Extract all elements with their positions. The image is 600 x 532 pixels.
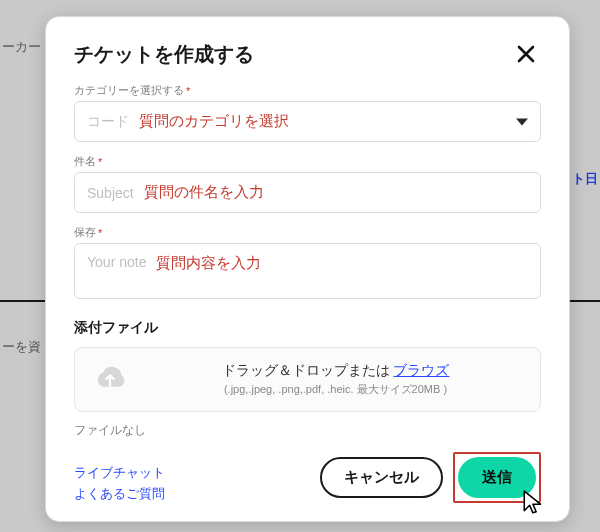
category-select[interactable]: コード 質問のカテゴリを選択: [74, 101, 541, 142]
category-placeholder: コード: [87, 113, 129, 131]
note-label-text: 保存: [74, 225, 96, 240]
submit-button[interactable]: 送信: [458, 457, 536, 498]
note-group: 保存 * Your note 質問内容を入力: [74, 225, 541, 299]
file-dropzone[interactable]: ドラッグ＆ドロップまたは ブラウズ (.jpg,.jpeg, .png,.pdf…: [74, 347, 541, 412]
faq-link[interactable]: よくあるご質問: [74, 485, 165, 503]
browse-link[interactable]: ブラウズ: [393, 362, 449, 378]
subject-label: 件名 *: [74, 154, 541, 169]
category-hint: 質問のカテゴリを選択: [139, 112, 289, 131]
submit-highlight: 送信: [453, 452, 541, 503]
drag-drop-text: ドラッグ＆ドロップまたは: [222, 362, 394, 378]
live-chat-link[interactable]: ライブチャット: [74, 464, 165, 482]
modal-title: チケットを作成する: [74, 41, 254, 68]
close-button[interactable]: [511, 39, 541, 69]
no-file-text: ファイルなし: [74, 422, 541, 439]
category-label-text: カテゴリーを選択する: [74, 83, 184, 98]
required-mark: *: [186, 85, 190, 97]
subject-input[interactable]: Subject 質問の件名を入力: [74, 172, 541, 213]
modal-header: チケットを作成する: [74, 39, 541, 69]
subject-group: 件名 * Subject 質問の件名を入力: [74, 154, 541, 213]
subject-placeholder: Subject: [87, 185, 134, 201]
cancel-button[interactable]: キャンセル: [320, 457, 443, 498]
note-textarea[interactable]: Your note 質問内容を入力: [74, 243, 541, 299]
note-placeholder: Your note: [87, 254, 146, 270]
required-mark: *: [98, 227, 102, 239]
chevron-down-icon: [516, 118, 528, 125]
close-icon: [516, 44, 536, 64]
attachment-section-title: 添付ファイル: [74, 319, 541, 337]
note-label: 保存 *: [74, 225, 541, 240]
note-hint: 質問内容を入力: [156, 254, 261, 273]
modal-footer: ライブチャット よくあるご質問 キャンセル 送信: [74, 444, 541, 503]
footer-links: ライブチャット よくあるご質問: [74, 464, 165, 503]
subject-label-text: 件名: [74, 154, 96, 169]
create-ticket-modal: チケットを作成する カテゴリーを選択する * コード 質問のカテゴリを選択 件名…: [45, 16, 570, 522]
required-mark: *: [98, 156, 102, 168]
subject-hint: 質問の件名を入力: [144, 183, 264, 202]
dropzone-text: ドラッグ＆ドロップまたは ブラウズ (.jpg,.jpeg, .png,.pdf…: [147, 362, 524, 397]
footer-buttons: キャンセル 送信: [320, 452, 541, 503]
accepted-formats: (.jpg,.jpeg, .png,.pdf, .heic. 最大サイズ20MB…: [147, 382, 524, 397]
category-group: カテゴリーを選択する * コード 質問のカテゴリを選択: [74, 83, 541, 142]
upload-cloud-icon: [91, 365, 129, 395]
category-label: カテゴリーを選択する *: [74, 83, 541, 98]
